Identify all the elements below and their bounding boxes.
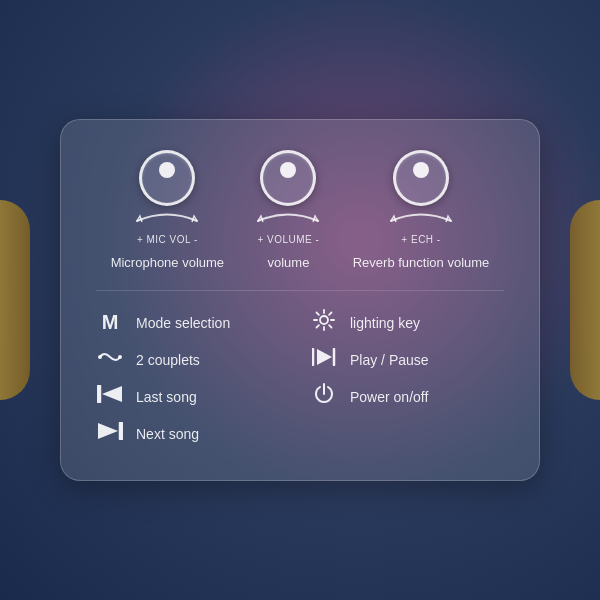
play-pause-label: Play / Pause bbox=[350, 352, 429, 368]
knob-ech-inner bbox=[413, 162, 429, 178]
svg-line-7 bbox=[329, 313, 331, 315]
knob-mic-vol-desc: Microphone volume bbox=[111, 255, 224, 270]
knob-ech-circle bbox=[393, 150, 449, 206]
power-icon bbox=[310, 383, 338, 410]
knob-ech-desc: Reverb function volume bbox=[353, 255, 490, 270]
svg-line-8 bbox=[317, 325, 319, 327]
knob-mic-vol-arc bbox=[132, 206, 202, 226]
control-last-song[interactable]: Last song bbox=[96, 383, 290, 410]
knob-mic-vol-inner bbox=[159, 162, 175, 178]
knob-volume-inner bbox=[280, 162, 296, 178]
knob-mic-vol-circle bbox=[139, 150, 195, 206]
control-power[interactable]: Power on/off bbox=[310, 383, 504, 410]
control-play-pause[interactable]: Play / Pause bbox=[310, 348, 504, 371]
knobs-row: + MIC VOL - Microphone volume + VOLUME -… bbox=[96, 150, 504, 270]
knob-ech-label: + ECH - bbox=[401, 234, 440, 245]
knob-volume-container bbox=[253, 150, 323, 226]
svg-marker-19 bbox=[98, 423, 118, 439]
control-lighting-key[interactable]: lighting key bbox=[310, 309, 504, 336]
knob-ech[interactable]: + ECH - Reverb function volume bbox=[353, 150, 490, 270]
knob-volume-label: + VOLUME - bbox=[257, 234, 319, 245]
knob-volume-circle bbox=[260, 150, 316, 206]
next-song-icon bbox=[96, 422, 124, 445]
svg-line-6 bbox=[329, 325, 331, 327]
mode-icon: M bbox=[96, 311, 124, 334]
control-mode-selection[interactable]: M Mode selection bbox=[96, 309, 290, 336]
knob-ech-container bbox=[386, 150, 456, 226]
control-card: + MIC VOL - Microphone volume + VOLUME -… bbox=[60, 119, 540, 481]
svg-marker-12 bbox=[317, 349, 332, 365]
knob-volume-desc: volume bbox=[267, 255, 309, 270]
controls-grid: M Mode selection lighting key bbox=[96, 309, 504, 445]
couplets-icon bbox=[96, 349, 124, 370]
next-song-label: Next song bbox=[136, 426, 199, 442]
decoration-right bbox=[570, 200, 600, 400]
lighting-key-label: lighting key bbox=[350, 315, 420, 331]
divider bbox=[96, 290, 504, 291]
knob-volume-arc bbox=[253, 206, 323, 226]
knob-ech-arc bbox=[386, 206, 456, 226]
svg-point-10 bbox=[118, 355, 122, 359]
knob-volume[interactable]: + VOLUME - volume bbox=[253, 150, 323, 270]
knob-mic-vol[interactable]: + MIC VOL - Microphone volume bbox=[111, 150, 224, 270]
last-song-icon bbox=[96, 385, 124, 408]
svg-line-5 bbox=[317, 313, 319, 315]
mode-selection-label: Mode selection bbox=[136, 315, 230, 331]
knob-mic-vol-container bbox=[132, 150, 202, 226]
couplets-label: 2 couplets bbox=[136, 352, 200, 368]
svg-point-0 bbox=[320, 316, 328, 324]
decoration-left bbox=[0, 200, 30, 400]
knob-mic-vol-label: + MIC VOL - bbox=[137, 234, 198, 245]
play-pause-icon bbox=[310, 348, 338, 371]
svg-point-9 bbox=[98, 355, 102, 359]
svg-marker-15 bbox=[102, 386, 122, 402]
lighting-icon bbox=[310, 309, 338, 336]
power-label: Power on/off bbox=[350, 389, 428, 405]
control-next-song[interactable]: Next song bbox=[96, 422, 290, 445]
control-couplets[interactable]: 2 couplets bbox=[96, 348, 290, 371]
last-song-label: Last song bbox=[136, 389, 197, 405]
